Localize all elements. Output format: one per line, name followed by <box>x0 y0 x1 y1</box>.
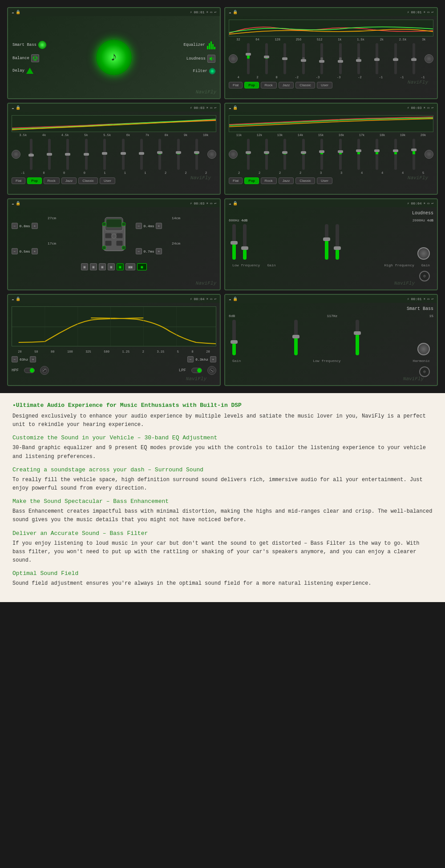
eq-slider-h2[interactable] <box>265 139 268 170</box>
eq-knob-left-4[interactable] <box>229 150 238 159</box>
music-orb[interactable]: ♪ <box>96 40 132 75</box>
low-freq-slider[interactable] <box>232 224 236 260</box>
tr-minus[interactable]: − <box>136 223 142 229</box>
eq-slider-h1[interactable] <box>247 139 250 170</box>
btn-flat-2[interactable]: Flat <box>229 82 243 88</box>
hpf-toggle[interactable] <box>24 368 35 373</box>
eq-slider-m8[interactable] <box>158 139 161 170</box>
eq-slider-2[interactable] <box>265 43 268 74</box>
btn-rock-3[interactable]: Rock <box>44 177 60 184</box>
btn-jazz-3[interactable]: Jazz <box>61 177 77 184</box>
eq-slider-h3[interactable] <box>283 139 286 170</box>
filter-gem[interactable] <box>209 68 215 74</box>
time-3: 00:03 <box>194 106 205 110</box>
hpf-minus[interactable]: − <box>12 356 18 362</box>
eq-curve-svg-2 <box>229 20 433 37</box>
bl-minus[interactable]: − <box>12 248 18 254</box>
gain1-slider[interactable] <box>243 224 247 260</box>
loudness-icon[interactable] <box>207 55 215 63</box>
smart-bass-knob[interactable] <box>38 41 46 49</box>
eq-slider-m4[interactable] <box>85 139 88 170</box>
eq-knob-right-4[interactable] <box>425 150 433 159</box>
spk-3[interactable]: ▣ <box>99 263 106 270</box>
target-button[interactable]: ⊕ <box>419 271 430 281</box>
high-freq-slider[interactable] <box>325 224 328 260</box>
btn-user-2[interactable]: User <box>317 82 332 88</box>
sb-target-button[interactable]: ⊕ <box>419 366 430 377</box>
btn-user-3[interactable]: User <box>100 177 115 184</box>
spk-7-active[interactable]: ▣ <box>137 263 147 270</box>
spk-6[interactable]: ▣▣ <box>125 263 135 270</box>
eq-knob-right-2[interactable] <box>425 54 433 63</box>
eq-slider-h4[interactable] <box>302 139 305 170</box>
eq-slider-m1[interactable] <box>30 139 32 170</box>
br-minus[interactable]: − <box>136 248 142 254</box>
tl-plus[interactable]: + <box>32 223 38 229</box>
eq-slider-h10[interactable] <box>413 139 415 170</box>
eq-slider-3[interactable] <box>283 43 286 74</box>
spk-5-active[interactable]: ▣ <box>117 263 124 270</box>
eq-slider-9[interactable] <box>394 43 397 74</box>
eq-slider-m6[interactable] <box>122 139 125 170</box>
spk-1[interactable]: ▣ <box>81 263 88 270</box>
btn-pop-2[interactable]: Pop <box>244 82 259 88</box>
eq-slider-m10[interactable] <box>195 139 198 170</box>
hpf-plus[interactable]: + <box>30 356 36 362</box>
eq-slider-h8[interactable] <box>376 139 378 170</box>
eq-slider-8[interactable] <box>376 43 378 74</box>
btn-flat-3[interactable]: Flat <box>12 177 25 184</box>
sb-harmonic-slider[interactable] <box>356 320 359 355</box>
br-plus[interactable]: + <box>156 248 162 254</box>
watermark-5: NaviFly <box>196 281 216 286</box>
tl-minus[interactable]: − <box>12 223 18 229</box>
eq-freq-labels-4: 11k12k 13k14k 15k16k 17k18k 19k20k <box>229 133 433 137</box>
eq-knob-left-3[interactable] <box>12 150 20 159</box>
lpf-minus[interactable]: − <box>187 356 194 362</box>
eq-slider-10[interactable] <box>413 43 415 74</box>
sb-freq-slider[interactable] <box>294 320 298 355</box>
btn-rock-2[interactable]: Rock <box>261 82 277 88</box>
loudness-knob[interactable] <box>417 247 430 260</box>
eq-slider-5[interactable] <box>320 43 323 74</box>
spk-2[interactable]: ▣ <box>90 263 97 270</box>
eq-slider-m2[interactable] <box>48 139 51 170</box>
sb-knob[interactable] <box>417 343 430 355</box>
eq-slider-h9[interactable] <box>394 139 397 170</box>
eq-low-body: 3264 128256 5121k 1.5k2k 2.5k3k <box>225 16 437 98</box>
eq-slider-7[interactable] <box>357 43 360 74</box>
lpf-plus[interactable]: + <box>210 356 216 362</box>
btn-classic-3[interactable]: Classic <box>78 177 98 184</box>
bat-icon-6: ▭ <box>427 201 429 205</box>
btn-classic-2[interactable]: Classic <box>295 82 315 88</box>
sb-gain-slider[interactable] <box>232 320 236 355</box>
eq-slider-h7[interactable] <box>357 139 360 170</box>
btn-jazz-4[interactable]: Jazz <box>279 177 294 184</box>
eq-slider-m9[interactable] <box>177 139 180 170</box>
lpf-toggle[interactable] <box>191 368 202 373</box>
eq-slider-m5[interactable] <box>103 139 106 170</box>
btn-user-4[interactable]: User <box>317 177 332 184</box>
smartbass-labels-bottom: Gain Low frequency Harmonic <box>229 359 433 363</box>
btn-jazz-2[interactable]: Jazz <box>279 82 294 88</box>
eq-slider-m7[interactable] <box>140 139 143 170</box>
eq-knob-left-2[interactable] <box>229 54 238 63</box>
balance-icon[interactable] <box>31 54 39 62</box>
eq-slider-m3[interactable] <box>66 139 69 170</box>
eq-slider-4[interactable] <box>302 43 305 74</box>
eq-slider-h6[interactable] <box>339 139 342 170</box>
btn-classic-4[interactable]: Classic <box>295 177 315 184</box>
spk-4[interactable]: ▣ <box>108 263 115 270</box>
btn-pop-3[interactable]: Pop <box>27 177 41 184</box>
eq-slider-h5[interactable] <box>320 139 323 170</box>
bl-plus[interactable]: + <box>32 248 38 254</box>
btn-flat-4[interactable]: Flat <box>229 177 243 184</box>
btn-pop-4[interactable]: Pop <box>244 177 259 184</box>
gain2-slider[interactable] <box>336 224 339 260</box>
gain1-text: Gain <box>267 263 275 267</box>
eq-knob-right-3[interactable] <box>207 150 216 159</box>
section1-body: 30-Band graphic equalizer and 9 present … <box>12 444 433 461</box>
eq-slider-6[interactable] <box>339 43 342 74</box>
tr-plus[interactable]: + <box>156 223 162 229</box>
btn-rock-4[interactable]: Rock <box>261 177 277 184</box>
eq-slider-1[interactable] <box>247 43 250 74</box>
